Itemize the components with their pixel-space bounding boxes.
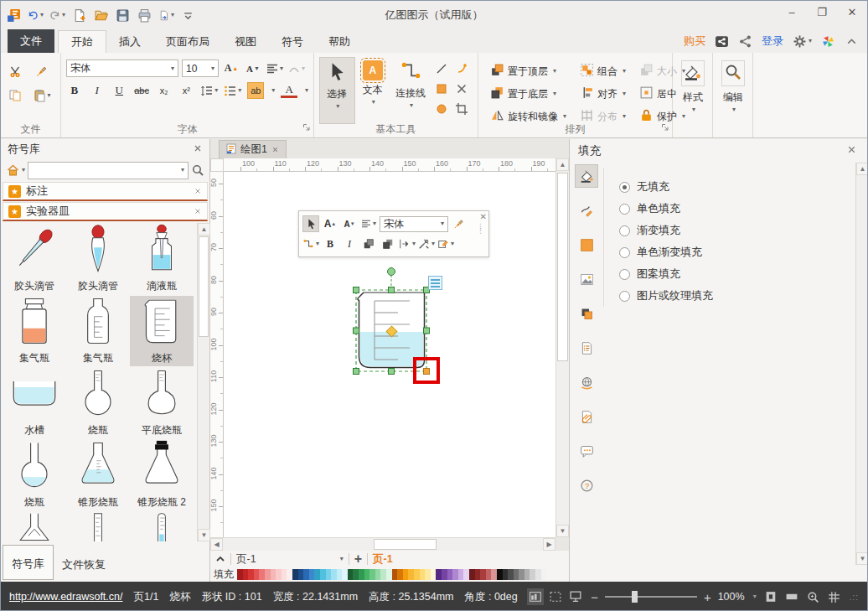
color-swatch[interactable] [403, 569, 409, 580]
color-swatch[interactable] [271, 569, 276, 580]
color-swatch[interactable] [442, 569, 447, 580]
ribbon-tab-2[interactable]: 插入 [106, 31, 153, 53]
color-swatch[interactable] [414, 569, 420, 580]
radio-icon[interactable] [619, 225, 630, 236]
color-swatch[interactable] [408, 569, 414, 580]
ellipse-tool-button[interactable] [432, 101, 451, 117]
quick-color-icon[interactable] [575, 233, 598, 256]
comment-icon[interactable] [575, 439, 598, 463]
color-swatch[interactable] [480, 569, 486, 580]
float-italic[interactable]: I [341, 236, 358, 252]
symbol-gas-bottle[interactable]: 集气瓶 [66, 296, 130, 366]
text-arc-button[interactable]: ▾ [287, 60, 306, 77]
color-swatch[interactable] [254, 569, 260, 580]
scroll-right-icon[interactable]: ▶ [543, 538, 555, 551]
color-swatch[interactable] [248, 569, 254, 580]
symbol-flask-conical[interactable]: 锥形烧瓶 [66, 440, 130, 510]
color-swatch[interactable] [348, 569, 354, 580]
format-painter-button[interactable] [33, 63, 51, 80]
ribbon-tab-3[interactable]: 页面布局 [153, 31, 222, 53]
app-logo-icon[interactable] [6, 8, 22, 23]
arc-tool-button[interactable] [452, 60, 471, 77]
float-distribute[interactable]: ▾ [399, 236, 416, 252]
image-fill-icon[interactable] [575, 267, 598, 291]
color-swatch[interactable] [519, 569, 524, 580]
connector-tool-button[interactable]: 连接线▾ [390, 57, 431, 124]
layers-icon[interactable] [575, 302, 598, 325]
line-spacing-button[interactable]: ▾ [200, 82, 218, 99]
color-swatch[interactable] [380, 569, 386, 580]
color-swatch[interactable] [503, 569, 509, 580]
library-section-callouts[interactable]: ★ 标注 [3, 182, 208, 201]
float-font-select[interactable]: 宋体▾ [380, 216, 448, 232]
float-align[interactable]: ▾ [360, 215, 377, 232]
color-swatch[interactable] [469, 569, 475, 580]
zoom-dropdown-icon[interactable]: ▾ [753, 593, 757, 600]
symbol-flask-conical-stopper[interactable]: 锥形烧瓶 2 [130, 440, 194, 510]
section-close-icon[interactable] [194, 185, 202, 198]
fill-option-0[interactable]: 无填充 [619, 176, 852, 198]
fill-icon[interactable] [575, 164, 598, 188]
float-toolbar-grip[interactable]: ⋮⋮ [477, 225, 484, 233]
text-tool-button[interactable]: A 文本▾ [355, 57, 390, 124]
fill-panel-scrollbar[interactable]: ▲ ▼ [855, 163, 868, 565]
float-bold[interactable]: B [322, 236, 338, 252]
color-swatch[interactable] [447, 569, 453, 580]
color-swatch[interactable] [331, 569, 337, 580]
scroll-up-icon[interactable]: ▲ [856, 163, 868, 175]
color-swatch[interactable] [386, 569, 392, 580]
text-align-button[interactable]: ▾ [266, 60, 284, 77]
color-swatch[interactable] [309, 569, 315, 580]
color-swatch[interactable] [535, 569, 541, 580]
color-swatch[interactable] [337, 569, 343, 580]
print-icon[interactable] [137, 8, 152, 23]
style-button[interactable]: 样式▾ [678, 57, 708, 124]
bullet-list-button[interactable]: ▾ [224, 82, 241, 99]
radio-icon[interactable] [619, 291, 630, 302]
color-swatch[interactable] [452, 569, 458, 580]
fill-option-2[interactable]: 渐变填充 [619, 220, 852, 241]
crop-tool-button[interactable] [452, 101, 471, 117]
library-section-labware[interactable]: ★ 实验器皿 [3, 202, 208, 221]
radio-icon[interactable] [619, 204, 630, 215]
left-panel-tab-1[interactable]: 文件恢复 [54, 545, 114, 580]
cut-button[interactable] [6, 63, 24, 80]
document-tab-close-icon[interactable] [271, 144, 279, 156]
section-close-icon[interactable] [194, 205, 202, 218]
maximize-button[interactable]: ❐ [807, 1, 837, 23]
color-swatch[interactable] [326, 569, 332, 580]
attachment-icon[interactable] [575, 405, 598, 428]
symbol-search-input[interactable] [32, 164, 179, 176]
scroll-down-icon[interactable]: ▼ [856, 552, 868, 565]
canvas-vertical-scrollbar[interactable]: ▲ ▼ [555, 158, 569, 537]
canvas-viewport[interactable]: A▲ A▼ ▾ 宋体▾ ▾ B I ▾ ▾ ▾ ✕ ⋮⋮ [224, 172, 555, 537]
panel-toggle-icon[interactable] [527, 588, 544, 605]
subscript-button[interactable]: x₂ [156, 82, 173, 99]
scroll-left-icon[interactable]: ◀ [210, 538, 223, 551]
fit-selection-icon[interactable] [547, 588, 564, 605]
brand-pinwheel-icon[interactable] [821, 34, 835, 49]
arrange-bring-front-button[interactable]: 置于顶层▾ [490, 63, 566, 80]
float-toolbar-close-icon[interactable]: ✕ [480, 212, 487, 221]
fill-panel-close-icon[interactable] [846, 144, 857, 158]
float-format-painter[interactable] [451, 215, 468, 232]
color-swatch[interactable] [463, 569, 469, 580]
radio-icon[interactable] [619, 247, 630, 258]
symbol-dropper-diag[interactable]: 胶头滴管 [3, 224, 66, 294]
fill-option-1[interactable]: 单色填充 [619, 198, 852, 220]
search-dropdown-icon[interactable]: ▾ [181, 167, 184, 173]
symbol-dropper-vert[interactable]: 胶头滴管 [66, 224, 130, 294]
ribbon-tab-1[interactable]: 开始 [58, 30, 106, 53]
page-tab-active[interactable]: 页-1 [373, 552, 393, 567]
zoom-in-button[interactable]: + [704, 590, 711, 604]
collapse-ribbon-icon[interactable] [845, 34, 859, 49]
line-tool-button[interactable] [432, 60, 451, 77]
float-shape-edit[interactable]: ▾ [437, 236, 454, 252]
zoom-slider[interactable] [605, 596, 697, 598]
symbol-drop-bottle[interactable]: 滴液瓶 [130, 224, 194, 294]
connection-point-tool-button[interactable] [452, 80, 471, 97]
color-swatch[interactable] [314, 569, 320, 580]
scroll-up-icon[interactable]: ▲ [198, 223, 210, 236]
color-swatch[interactable] [397, 569, 403, 580]
radio-icon[interactable] [619, 269, 630, 280]
